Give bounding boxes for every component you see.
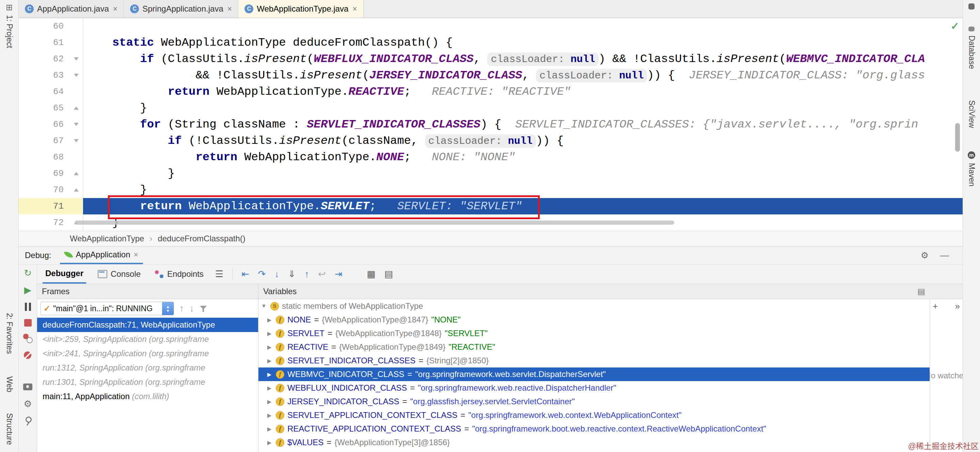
chevron-right-icon[interactable]: ▶ <box>266 371 273 378</box>
chevron-right-icon[interactable]: ▶ <box>266 344 273 350</box>
thread-selector[interactable]: ✓ "main"@1 in...in": RUNNING ▴▾ <box>41 302 174 315</box>
chevron-right-icon[interactable]: ▶ <box>266 358 273 364</box>
editor-tab[interactable]: CSpringApplication.java× <box>124 0 239 18</box>
line-number[interactable]: 60 <box>19 18 71 34</box>
line-number[interactable]: 70 <box>19 182 71 198</box>
code-line-60[interactable]: 60 <box>19 18 963 34</box>
rerun-icon[interactable]: ↻ <box>23 268 33 278</box>
variable-row[interactable]: ▶fREACTIVE = {WebApplicationType@1849} "… <box>258 340 930 354</box>
line-number[interactable]: 63 <box>19 67 71 83</box>
stop-icon[interactable] <box>24 319 32 327</box>
tool-windows-icon[interactable]: ⊞ <box>6 3 13 12</box>
variable-row[interactable]: ▶fREACTIVE_APPLICATION_CONTEXT_CLASS = "… <box>258 422 930 436</box>
drop-frame-icon[interactable]: ↩ <box>318 268 326 280</box>
tab-endpoints[interactable]: Endpoints <box>152 265 206 284</box>
line-number[interactable]: 67 <box>19 133 71 149</box>
chevron-right-icon[interactable]: ▶ <box>266 317 273 323</box>
stack-frame-row[interactable]: run:1301, SpringApplication (org.springf… <box>37 375 258 389</box>
more-options-icon[interactable]: » <box>955 301 960 311</box>
code-line-71[interactable]: 71 return WebApplicationType.SERVLET; SE… <box>19 198 963 214</box>
stack-frame-row[interactable]: <init>:241, SpringApplication (org.sprin… <box>37 346 258 361</box>
sidebar-item-favorites[interactable]: 2: Favorites <box>5 313 14 354</box>
line-number[interactable]: 62 <box>19 51 71 67</box>
prev-frame-icon[interactable]: ↑ <box>180 303 184 314</box>
fold-marker[interactable] <box>71 133 83 149</box>
code-line-70[interactable]: 70 } <box>19 182 963 198</box>
code-line-61[interactable]: 61 static WebApplicationType deduceFromC… <box>19 34 963 51</box>
pin-icon[interactable] <box>23 416 33 426</box>
line-number[interactable]: 72 <box>19 214 71 231</box>
code-line-66[interactable]: 66 for (String className : SERVLET_INDIC… <box>19 116 963 133</box>
next-frame-icon[interactable]: ↓ <box>190 303 194 314</box>
add-watch-icon[interactable]: + <box>933 301 938 311</box>
variable-row[interactable]: ▶fWEBMVC_INDICATOR_CLASS = "org.springfr… <box>258 367 930 381</box>
sidebar-item-web[interactable]: Web <box>5 376 14 392</box>
breadcrumb-class[interactable]: WebApplicationType <box>70 234 144 243</box>
tab-debugger[interactable]: Debugger <box>43 265 86 284</box>
code-line-65[interactable]: 65 } <box>19 100 963 116</box>
fold-marker[interactable] <box>71 67 83 83</box>
mute-breakpoints-icon[interactable] <box>23 350 33 361</box>
stack-frame-row[interactable]: run:1312, SpringApplication (org.springf… <box>37 361 258 375</box>
sidebar-item-structure[interactable]: Structure <box>5 413 14 445</box>
variable-row[interactable]: ▶fSERVLET_INDICATOR_CLASSES = {String[2]… <box>258 354 930 367</box>
fold-marker[interactable] <box>71 182 83 198</box>
horizontal-scrollbar[interactable] <box>75 220 674 225</box>
editor-tab[interactable]: CAppApplication.java× <box>19 0 124 18</box>
layout-options-icon[interactable]: ▤ <box>917 284 925 299</box>
show-execution-point-icon[interactable]: ⇤ <box>242 268 249 280</box>
notifications-icon[interactable] <box>969 3 975 10</box>
chevron-right-icon[interactable]: ▶ <box>266 426 273 432</box>
thread-dropdown-stepper[interactable]: ▴▾ <box>162 302 173 315</box>
line-number[interactable]: 61 <box>19 34 71 51</box>
force-step-into-icon[interactable]: ⇓ <box>288 268 296 280</box>
stack-frame-row[interactable]: deduceFromClasspath:71, WebApplicationTy… <box>37 318 258 332</box>
line-number[interactable]: 65 <box>19 100 71 116</box>
chevron-right-icon[interactable]: ▶ <box>266 412 273 418</box>
debug-settings-gear-icon[interactable]: ⚙ <box>23 399 33 409</box>
fold-marker[interactable] <box>71 100 83 116</box>
close-icon[interactable]: × <box>352 5 357 14</box>
layout-settings-icon[interactable]: ▤ <box>385 268 393 280</box>
stack-frame-row[interactable]: <init>:259, SpringApplication (org.sprin… <box>37 332 258 346</box>
variable-row[interactable]: ▶f$VALUES = {WebApplicationType[3]@1856} <box>258 436 930 449</box>
sidebar-item-database[interactable]: Database <box>967 35 976 69</box>
thread-dump-camera-icon[interactable] <box>23 382 33 392</box>
run-to-cursor-icon[interactable]: ⇥ <box>335 268 342 280</box>
chevron-right-icon[interactable]: ▶ <box>266 330 273 337</box>
step-over-icon[interactable]: ↷ <box>258 268 266 280</box>
step-out-icon[interactable]: ↑ <box>304 269 309 280</box>
tab-console[interactable]: Console <box>95 265 143 284</box>
sidebar-item-project[interactable]: 1: Project <box>5 15 14 48</box>
code-line-64[interactable]: 64 return WebApplicationType.REACTIVE; R… <box>19 83 963 100</box>
line-number[interactable]: 66 <box>19 116 71 133</box>
minimize-icon[interactable]: — <box>940 250 949 261</box>
variable-row[interactable]: ▶fSERVLET = {WebApplicationType@1848} "S… <box>258 327 930 340</box>
variable-row[interactable]: ▶fJERSEY_INDICATOR_CLASS = "org.glassfis… <box>258 395 930 408</box>
code-line-69[interactable]: 69 } <box>19 165 963 182</box>
sidebar-item-maven[interactable]: Maven <box>967 163 976 187</box>
fold-marker[interactable] <box>71 116 83 133</box>
line-number[interactable]: 64 <box>19 83 71 100</box>
view-breakpoints-icon[interactable] <box>23 333 33 343</box>
sidebar-item-sciview[interactable]: SciView <box>967 100 976 128</box>
code-line-62[interactable]: 62 if (ClassUtils.isPresent(WEBFLUX_INDI… <box>19 51 963 67</box>
stack-frame-row[interactable]: main:11, AppApplication (com.lilith) <box>37 389 258 404</box>
inspection-ok-icon[interactable]: ✓ <box>951 20 959 32</box>
fold-marker[interactable] <box>71 165 83 182</box>
gear-icon[interactable]: ⚙ <box>921 250 929 261</box>
debug-session-tab[interactable]: AppApplication × <box>60 246 143 264</box>
code-line-67[interactable]: 67 if (!ClassUtils.isPresent(className, … <box>19 133 963 149</box>
chevron-right-icon[interactable]: ▶ <box>266 439 273 446</box>
code-line-68[interactable]: 68 return WebApplicationType.NONE; NONE:… <box>19 149 963 165</box>
chevron-right-icon[interactable]: ▶ <box>266 385 273 391</box>
breadcrumb-method[interactable]: deduceFromClasspath() <box>158 234 245 243</box>
hide-library-frames-filter-icon[interactable] <box>200 305 207 312</box>
variable-row[interactable]: ▶fSERVLET_APPLICATION_CONTEXT_CLASS = "o… <box>258 408 930 422</box>
fold-marker[interactable] <box>71 51 83 67</box>
variable-row[interactable]: ▶fWEBFLUX_INDICATOR_CLASS = "org.springf… <box>258 381 930 395</box>
editor-tab[interactable]: CWebApplicationType.java× <box>239 0 364 18</box>
code-line-63[interactable]: 63 && !ClassUtils.isPresent(JERSEY_INDIC… <box>19 67 963 83</box>
close-icon[interactable]: × <box>113 5 118 14</box>
close-icon[interactable]: × <box>228 5 232 14</box>
